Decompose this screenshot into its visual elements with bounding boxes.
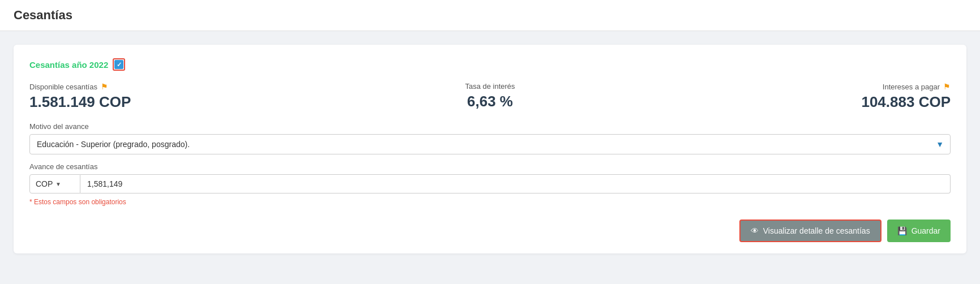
card: Cesantías año 2022 ✓ Disponible cesantía… bbox=[14, 45, 966, 253]
motivo-section: Motivo del avance Educación - Superior (… bbox=[29, 122, 951, 154]
disponible-info-icon[interactable]: ⚑ bbox=[101, 82, 108, 91]
main-content: Cesantías año 2022 ✓ Disponible cesantía… bbox=[0, 31, 980, 284]
avance-label: Avance de cesantías bbox=[29, 162, 951, 171]
motivo-select-wrapper: Educación - Superior (pregrado, posgrado… bbox=[29, 134, 951, 154]
intereses-info-icon[interactable]: ⚑ bbox=[943, 82, 951, 91]
view-detail-button[interactable]: 👁 Visualizar detalle de cesantías bbox=[739, 220, 881, 242]
tasa-label: Tasa de interés bbox=[336, 82, 643, 91]
page-header: Cesantías bbox=[0, 0, 980, 31]
currency-select[interactable]: COP USD EUR bbox=[36, 179, 53, 188]
tasa-value: 6,63 % bbox=[336, 93, 643, 110]
intereses-block: Intereses a pagar ⚑ 104.883 COP bbox=[644, 82, 951, 111]
year-checkbox[interactable]: ✓ bbox=[113, 58, 125, 71]
save-button[interactable]: 💾 Guardar bbox=[887, 220, 951, 242]
disponible-label: Disponible cesantías ⚑ bbox=[29, 82, 336, 91]
checkmark-icon: ✓ bbox=[117, 62, 122, 68]
tasa-block: Tasa de interés 6,63 % bbox=[336, 82, 643, 110]
currency-select-wrapper[interactable]: COP USD EUR ▼ bbox=[29, 174, 80, 193]
motivo-select[interactable]: Educación - Superior (pregrado, posgrado… bbox=[29, 134, 951, 154]
checkbox-checked-state: ✓ bbox=[114, 60, 123, 69]
view-detail-label: Visualizar detalle de cesantías bbox=[763, 226, 870, 235]
required-text: * Estos campos son obligatorios bbox=[29, 198, 951, 206]
motivo-label: Motivo del avance bbox=[29, 122, 951, 131]
page-title: Cesantías bbox=[14, 8, 966, 23]
avance-section: Avance de cesantías COP USD EUR ▼ * Esto… bbox=[29, 162, 951, 206]
eye-icon: 👁 bbox=[751, 226, 759, 235]
disponible-block: Disponible cesantías ⚑ 1.581.149 COP bbox=[29, 82, 336, 111]
stats-row: Disponible cesantías ⚑ 1.581.149 COP Tas… bbox=[29, 82, 951, 111]
intereses-label: Intereses a pagar ⚑ bbox=[644, 82, 951, 91]
advance-row: COP USD EUR ▼ bbox=[29, 174, 951, 193]
year-label: Cesantías año 2022 bbox=[29, 60, 108, 70]
save-icon: 💾 bbox=[897, 226, 907, 235]
save-label: Guardar bbox=[911, 226, 940, 235]
year-row: Cesantías año 2022 ✓ bbox=[29, 58, 951, 71]
currency-dropdown-icon: ▼ bbox=[55, 181, 61, 187]
footer-actions: 👁 Visualizar detalle de cesantías 💾 Guar… bbox=[29, 220, 951, 242]
disponible-value: 1.581.149 COP bbox=[29, 93, 336, 111]
intereses-value: 104.883 COP bbox=[644, 93, 951, 111]
amount-input[interactable] bbox=[80, 174, 951, 193]
